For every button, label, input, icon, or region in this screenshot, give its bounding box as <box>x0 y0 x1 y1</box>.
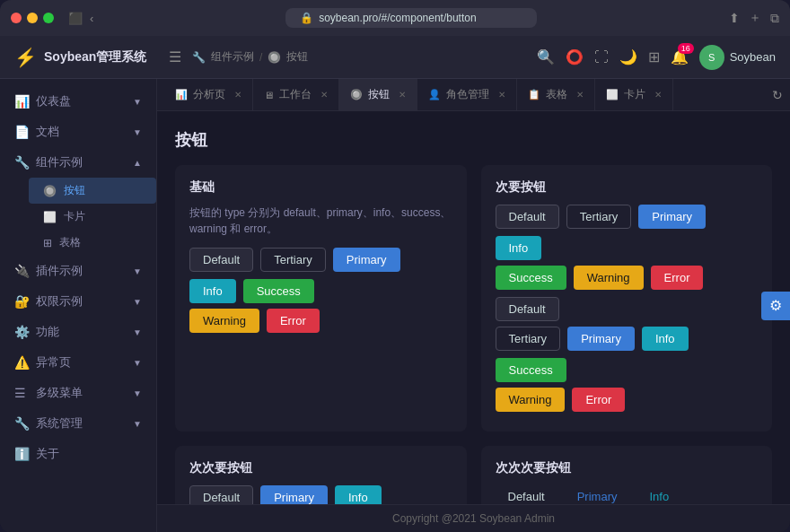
settings-icon: ⚙ <box>769 297 782 314</box>
chevron-down-icon: ▼ <box>133 97 142 107</box>
sidebar: 📊 仪表盘 ▼ 📄 文档 ▼ 🔧 组件示例 ▲ 🔘 按 <box>0 79 157 532</box>
tab-close-icon[interactable]: ✕ <box>654 90 662 100</box>
btn-s-primary[interactable]: Primary <box>638 205 706 229</box>
btn-s-info2[interactable]: Info <box>642 327 689 351</box>
btn-ss-primary[interactable]: Primary <box>260 485 328 504</box>
btn-s-tertiary[interactable]: Tertiary <box>566 205 632 229</box>
sidebar-item-label: 功能 <box>36 324 59 340</box>
docs-icon: 📄 <box>14 125 29 139</box>
tab-label: 卡片 <box>624 87 645 102</box>
layout-icon[interactable]: ⊞ <box>648 48 660 65</box>
table-tab-icon: 📋 <box>528 89 540 100</box>
sidebar-item-label: 关于 <box>36 446 59 462</box>
btn-s-error2[interactable]: Error <box>572 388 625 412</box>
logo-text: Soybean管理系统 <box>44 49 146 65</box>
analytics-tab-icon: 📊 <box>175 89 188 100</box>
tab-close-icon[interactable]: ✕ <box>399 90 406 100</box>
sidebar-item-function[interactable]: ⚙️ 功能 ▼ <box>0 317 156 347</box>
sidebar-item-system[interactable]: 🔧 系统管理 ▼ <box>0 408 156 439</box>
btn-t-default[interactable]: Default <box>496 485 557 504</box>
tab-close-icon[interactable]: ✕ <box>576 90 584 100</box>
theme-icon[interactable]: 🌙 <box>619 48 637 65</box>
btn-s-success2[interactable]: Success <box>496 358 566 382</box>
btn-ss-default[interactable]: Default <box>189 485 253 504</box>
sidebar-item-menu[interactable]: ☰ 多级菜单 ▼ <box>0 378 156 408</box>
tab-close-icon[interactable]: ✕ <box>498 90 505 100</box>
titlebar: ⬛ ‹ 🔒 soybean.pro/#/component/button ⬆ ＋… <box>0 0 790 36</box>
btn-warning[interactable]: Warning <box>189 309 259 333</box>
sidebar-item-card[interactable]: ⬜ 卡片 <box>29 204 156 230</box>
refresh-icon[interactable]: ↻ <box>772 88 783 102</box>
minimize-button[interactable] <box>27 13 38 23</box>
breadcrumb-item-2[interactable]: 按钮 <box>286 49 308 65</box>
btn-success[interactable]: Success <box>243 279 314 303</box>
btn-s-tertiary2[interactable]: Tertiary <box>496 327 561 351</box>
btn-s-warning2[interactable]: Warning <box>496 388 566 412</box>
sidebar-item-about[interactable]: ℹ️ 关于 <box>0 439 156 469</box>
footer: Copyright @2021 Soybean Admin <box>157 504 790 532</box>
tabs-icon[interactable]: ⧉ <box>770 11 779 26</box>
tab-analytics[interactable]: 📊 分析页 ✕ <box>164 79 253 111</box>
sidebar-item-auth[interactable]: 🔐 权限示例 ▼ <box>0 286 156 317</box>
back-icon[interactable]: ‹ <box>90 12 93 25</box>
table-icon: ⊞ <box>43 237 52 249</box>
tab-role[interactable]: 👤 角色管理 ✕ <box>417 79 517 111</box>
sidebar-item-button[interactable]: 🔘 按钮 <box>29 178 156 204</box>
btn-s-primary2[interactable]: Primary <box>567 327 635 351</box>
components-icon: 🔧 <box>14 155 29 170</box>
tab-label: 按钮 <box>368 87 390 102</box>
tab-button[interactable]: 🔘 按钮 ✕ <box>339 79 417 111</box>
btn-s-default2[interactable]: Default <box>496 297 559 321</box>
btn-default[interactable]: Default <box>189 248 253 272</box>
tab-close-icon[interactable]: ✕ <box>234 90 241 100</box>
btn-error[interactable]: Error <box>267 309 320 333</box>
tab-close-icon[interactable]: ✕ <box>320 90 328 100</box>
button-icon: 🔘 <box>43 185 57 197</box>
sidebar-item-docs[interactable]: 📄 文档 ▼ <box>0 117 156 147</box>
url-display[interactable]: 🔒 soybean.pro/#/component/button <box>285 8 537 28</box>
main-layout: 📊 仪表盘 ▼ 📄 文档 ▼ 🔧 组件示例 ▲ 🔘 按 <box>0 79 790 532</box>
tab-card[interactable]: ⬜ 卡片 ✕ <box>595 79 673 111</box>
card-text: 次次次要按钮 Default Primary Info Success Warn… <box>481 446 773 504</box>
page-content: 按钮 基础 按钮的 type 分别为 default、primary、info、… <box>157 111 790 504</box>
btn-s-info[interactable]: Info <box>496 236 542 260</box>
close-button[interactable] <box>11 13 22 23</box>
breadcrumb-item-1[interactable]: 组件示例 <box>211 49 254 65</box>
btn-info[interactable]: Info <box>189 279 236 303</box>
share-icon[interactable]: ⬆ <box>729 11 740 25</box>
sidebar-toggle-icon[interactable]: ⬛ <box>68 12 83 25</box>
card-title-basic: 基础 <box>189 179 452 196</box>
search-icon[interactable]: 🔍 <box>537 48 555 65</box>
menu-toggle-icon[interactable]: ☰ <box>169 48 181 65</box>
github-icon[interactable]: ⭕ <box>566 48 584 65</box>
tab-workbench[interactable]: 🖥 工作台 ✕ <box>253 79 339 111</box>
btn-s-success[interactable]: Success <box>496 266 566 290</box>
logo-area: ⚡ Soybean管理系统 <box>14 47 158 68</box>
btn-s-default[interactable]: Default <box>496 205 559 229</box>
components-submenu: 🔘 按钮 ⬜ 卡片 ⊞ 表格 <box>0 178 156 256</box>
btn-s-warning[interactable]: Warning <box>574 266 644 290</box>
btn-ss-info[interactable]: Info <box>335 485 382 504</box>
btn-t-primary[interactable]: Primary <box>565 485 630 504</box>
footer-text: Copyright @2021 Soybean Admin <box>392 512 555 525</box>
sidebar-item-error-page[interactable]: ⚠️ 异常页 ▼ <box>0 347 156 378</box>
sidebar-item-label: 权限示例 <box>36 293 83 310</box>
tab-table[interactable]: 📋 表格 ✕ <box>517 79 595 111</box>
sidebar-item-dashboard[interactable]: 📊 仪表盘 ▼ <box>0 86 156 117</box>
sidebar-item-plugins[interactable]: 🔌 插件示例 ▼ <box>0 256 156 286</box>
btn-primary[interactable]: Primary <box>333 248 400 272</box>
address-bar: 🔒 soybean.pro/#/component/button <box>101 8 722 28</box>
settings-fab[interactable]: ⚙ <box>761 292 790 320</box>
new-tab-icon[interactable]: ＋ <box>749 10 761 26</box>
btn-s-error[interactable]: Error <box>651 266 704 290</box>
btn-t-info[interactable]: Info <box>636 485 681 504</box>
fullscreen-icon[interactable]: ⛶ <box>594 49 609 65</box>
maximize-button[interactable] <box>43 13 54 23</box>
sidebar-sub-label: 按钮 <box>64 183 85 198</box>
app-layout: ⚡ Soybean管理系统 ☰ 🔧 组件示例 / 🔘 按钮 🔍 ⭕ ⛶ 🌙 ⊞ … <box>0 36 790 532</box>
chevron-down-icon: ▼ <box>133 127 142 137</box>
sidebar-item-components[interactable]: 🔧 组件示例 ▲ <box>0 147 156 178</box>
btn-tertiary[interactable]: Tertiary <box>260 248 326 272</box>
sidebar-item-table[interactable]: ⊞ 表格 <box>29 230 156 256</box>
menu-icon: ☰ <box>14 386 29 400</box>
